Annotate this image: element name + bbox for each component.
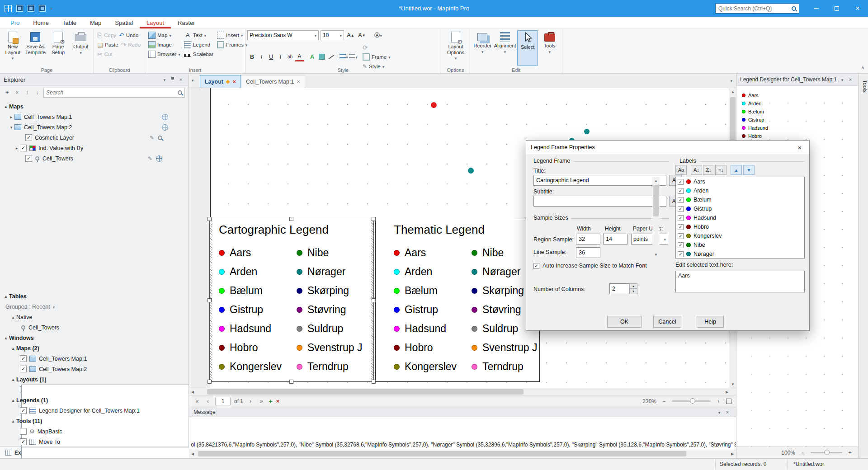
pencil-icon[interactable]: ✎: [150, 135, 154, 141]
resize-handle[interactable]: [208, 380, 212, 384]
legend-designer-checkbox[interactable]: [20, 407, 27, 414]
scroll-left-icon[interactable]: ◀: [189, 388, 196, 395]
label-checkbox[interactable]: [678, 188, 684, 194]
pin-icon[interactable]: [169, 76, 177, 83]
label-checkbox[interactable]: [678, 215, 684, 221]
search-icon[interactable]: [792, 6, 796, 11]
tree-item-cosmetic-layer[interactable]: Cosmetic Layer ✎: [0, 132, 189, 143]
next-page-icon[interactable]: ›: [247, 398, 254, 404]
cosmetic-layer-checkbox[interactable]: [25, 134, 32, 141]
scroll-right-icon[interactable]: ▶: [729, 450, 736, 457]
copy-button[interactable]: ⎘Copy: [96, 30, 118, 40]
label-list-item[interactable]: Kongerslev: [676, 231, 797, 240]
uppercase-button[interactable]: T: [276, 52, 285, 61]
tree-item-mapbasic[interactable]: ⚙ MapBasic: [0, 426, 189, 437]
doc-tab-layout[interactable]: Layout ◆ ×: [200, 75, 241, 88]
tree-item-win-map1[interactable]: Cell_Towers Map:1: [0, 353, 189, 364]
label-checkbox[interactable]: [678, 251, 684, 257]
font-size-combo[interactable]: 10: [321, 30, 344, 40]
label-list-item[interactable]: Aars: [676, 177, 797, 186]
globe-edit-icon[interactable]: [162, 114, 168, 120]
win-map1-checkbox[interactable]: [20, 355, 27, 362]
label-list-item[interactable]: Hadsund: [676, 213, 797, 222]
region-style-button[interactable]: [317, 52, 326, 61]
pencil-icon[interactable]: ✎: [148, 155, 152, 162]
tree-item-ind-value[interactable]: ▸ Ind. Value with By: [0, 143, 189, 153]
cartographic-legend-frame[interactable]: Cartographic Legend Aars Arden Bælum G: [209, 219, 374, 382]
resize-handle[interactable]: [208, 217, 212, 221]
explorer-search-box[interactable]: [43, 88, 185, 98]
previous-page-icon[interactable]: ‹: [204, 398, 212, 404]
zoom-slider[interactable]: [672, 400, 711, 402]
list-button[interactable]: [349, 52, 358, 61]
ok-button[interactable]: OK: [607, 316, 642, 328]
designer-zoom-slider[interactable]: [811, 452, 842, 453]
label-list-item[interactable]: Gistrup: [676, 204, 797, 213]
explorer-search-input[interactable]: [46, 89, 178, 96]
line-sample-input[interactable]: [576, 247, 600, 258]
help-button[interactable]: Help: [697, 316, 724, 328]
label-list-item[interactable]: Arden: [676, 186, 797, 195]
cell-towers-checkbox[interactable]: [25, 155, 32, 162]
qat-print-icon[interactable]: [39, 5, 46, 12]
tab-map[interactable]: Map: [83, 17, 108, 28]
qat-open-table-icon[interactable]: [28, 5, 34, 12]
save-as-template-button[interactable]: Save As Template: [24, 30, 46, 66]
tree-item-cell-towers-layer[interactable]: Cell_Towers ✎: [0, 153, 189, 164]
explorer-close-icon[interactable]: ×: [177, 77, 185, 82]
quick-search-input[interactable]: [718, 5, 792, 12]
tree-item-win-map2[interactable]: Cell_Towers Map:2: [0, 364, 189, 374]
expand-all-icon[interactable]: ↑: [24, 89, 31, 96]
label-checkbox[interactable]: [678, 179, 684, 185]
zoom-layer-icon[interactable]: [158, 136, 162, 140]
resize-handle[interactable]: [372, 380, 376, 384]
paste-button[interactable]: ▤Paste: [96, 40, 120, 49]
label-list-item[interactable]: Bælum: [676, 195, 797, 204]
move-label-up-button[interactable]: ▲: [731, 165, 742, 175]
auto-increase-checkbox[interactable]: [533, 263, 539, 269]
sort-descending-button[interactable]: Z↓: [703, 165, 714, 175]
tree-group-maps[interactable]: ▴Maps (2): [0, 343, 189, 353]
scroll-right-icon[interactable]: ▶: [723, 388, 731, 395]
labels-listbox[interactable]: Aars Arden Bælum Gistrup Hadsund Ho: [675, 177, 805, 258]
tab-info[interactable]: Info: [42, 447, 62, 458]
designer-entry[interactable]: Bælum: [742, 108, 774, 116]
quick-search-box[interactable]: [715, 3, 799, 14]
region-height-input[interactable]: [603, 234, 627, 244]
thematic-legend-frame[interactable]: Thematic Legend Aars Arden Bælum Gistr: [375, 219, 540, 382]
scrollbar-thumb[interactable]: [198, 451, 686, 456]
close-tab-icon[interactable]: ×: [297, 78, 300, 85]
spinner-up-icon[interactable]: ▲: [629, 283, 637, 289]
output-button[interactable]: Output: [70, 30, 92, 66]
labels-list-scrollbar[interactable]: ▲ ▼: [652, 177, 660, 258]
tree-header-maps[interactable]: ▴Maps: [0, 101, 189, 112]
sort-ascending-button[interactable]: A↓: [691, 165, 702, 175]
align-button[interactable]: [339, 52, 349, 61]
close-button[interactable]: ×: [847, 0, 868, 17]
font-color-button[interactable]: A: [295, 52, 304, 61]
designer-entry[interactable]: Gistrup: [742, 116, 774, 124]
tree-header-tables[interactable]: ▴Tables: [0, 291, 189, 301]
shrink-font-button[interactable]: A▼: [357, 31, 367, 40]
cancel-button[interactable]: Cancel: [653, 316, 681, 328]
resize-handle[interactable]: [372, 217, 376, 221]
scroll-up-icon[interactable]: ▲: [652, 177, 660, 184]
remove-icon[interactable]: ×: [14, 89, 21, 96]
legend-designer-close-icon[interactable]: ×: [846, 77, 854, 82]
insert-legend-button[interactable]: Legend: [183, 40, 215, 49]
resize-handle[interactable]: [208, 298, 212, 302]
panel-menu-chevron-icon[interactable]: [715, 409, 723, 415]
zoom-slider-thumb[interactable]: [690, 398, 695, 404]
designer-entry[interactable]: Hadsund: [742, 124, 774, 132]
insert-browser-button[interactable]: Browser: [147, 49, 182, 59]
frame-style-button[interactable]: Frame: [361, 52, 392, 61]
close-tab-icon[interactable]: ×: [232, 78, 236, 85]
subtitle-input[interactable]: [533, 196, 666, 207]
tree-item-layout[interactable]: Layout: [0, 385, 189, 395]
app-logo-icon[interactable]: [5, 5, 12, 12]
scroll-down-icon[interactable]: ▼: [652, 251, 660, 258]
doc-tab-map1[interactable]: Cell_Towers Map:1 ×: [241, 75, 305, 88]
label-checkbox[interactable]: [678, 233, 684, 239]
collapse-all-icon[interactable]: ↓: [33, 89, 41, 96]
moveto-checkbox[interactable]: [20, 438, 27, 445]
